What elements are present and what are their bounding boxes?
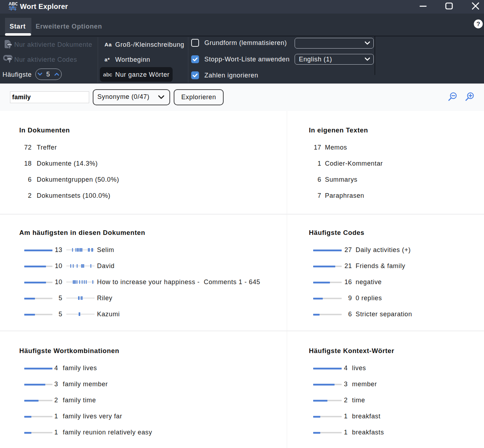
svg-text:ABC: ABC xyxy=(9,1,17,6)
svg-text:?: ? xyxy=(477,21,480,27)
